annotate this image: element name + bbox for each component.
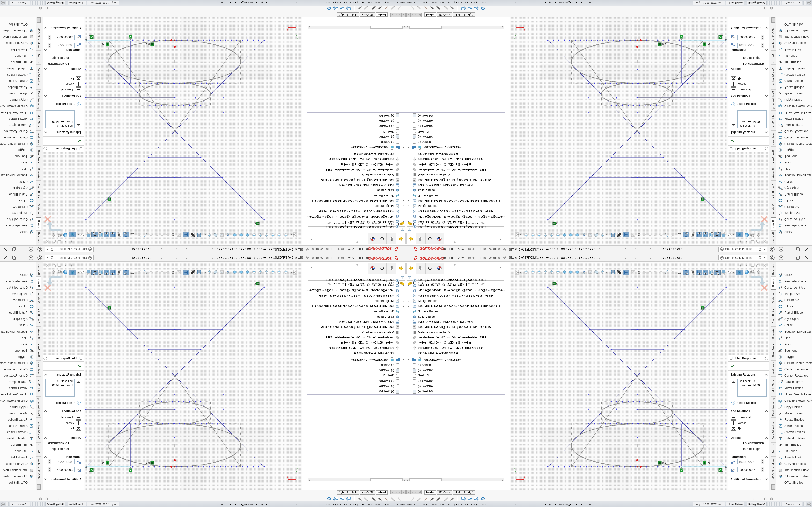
svg-text:X: X <box>524 476 526 478</box>
svg-text:?: ? <box>780 248 782 251</box>
svg-text:109: 109 <box>706 462 711 465</box>
svg-text:A: A <box>733 468 735 470</box>
svg-text:Y: Y <box>296 468 298 470</box>
svg-text:fx: fx <box>779 332 781 334</box>
svg-text:Σ: Σ <box>413 178 415 181</box>
svg-text:109: 109 <box>662 42 666 45</box>
svg-text:3: 3 <box>89 469 90 472</box>
svg-text:3: 3 <box>556 283 558 286</box>
svg-text:Y: Y <box>514 468 516 470</box>
svg-text:A: A <box>77 37 79 39</box>
svg-text:?: ? <box>766 147 767 150</box>
svg-text:3: 3 <box>106 197 108 200</box>
svg-text:i: i <box>733 401 734 404</box>
svg-text:?: ? <box>30 248 32 251</box>
svg-text:3: 3 <box>254 221 256 224</box>
svg-text:?: ? <box>45 357 46 360</box>
svg-text:109: 109 <box>101 462 106 465</box>
svg-text:Y: Y <box>514 37 516 39</box>
svg-text:fx: fx <box>31 174 33 176</box>
svg-text:i: i <box>78 103 79 106</box>
svg-text:Y: Y <box>296 37 298 39</box>
svg-text:?: ? <box>45 147 46 150</box>
svg-text:Σ: Σ <box>397 326 399 329</box>
svg-text:X: X <box>286 476 288 478</box>
svg-text:3: 3 <box>556 221 558 224</box>
svg-text:Σ: Σ <box>413 326 415 329</box>
svg-text:3: 3 <box>254 283 256 286</box>
svg-text:109: 109 <box>101 42 106 45</box>
svg-text:3: 3 <box>722 35 723 38</box>
svg-text:A: A <box>414 305 415 308</box>
svg-text:109: 109 <box>706 42 711 45</box>
svg-text:#: # <box>31 350 32 353</box>
svg-text:?: ? <box>30 257 32 259</box>
svg-text:A: A <box>397 199 398 202</box>
svg-text:#: # <box>780 350 781 353</box>
svg-text:fx: fx <box>31 332 33 334</box>
svg-text:i: i <box>78 401 79 404</box>
svg-text:X: X <box>286 29 288 31</box>
svg-text:A: A <box>77 468 79 470</box>
svg-text:3: 3 <box>89 35 90 38</box>
svg-text:?: ? <box>766 357 767 360</box>
svg-text:A: A <box>397 305 398 308</box>
svg-text:?: ? <box>780 257 782 259</box>
svg-text:#: # <box>780 154 781 157</box>
svg-text:3: 3 <box>106 307 108 310</box>
svg-text:#: # <box>31 154 32 157</box>
svg-text:3: 3 <box>704 197 706 200</box>
svg-text:Σ: Σ <box>397 178 399 181</box>
svg-text:109: 109 <box>146 462 150 465</box>
svg-text:X: X <box>524 29 526 31</box>
svg-text:3: 3 <box>704 307 706 310</box>
svg-text:3: 3 <box>722 469 723 472</box>
svg-text:A: A <box>733 37 735 39</box>
svg-text:109: 109 <box>662 462 666 465</box>
svg-text:i: i <box>733 103 734 106</box>
svg-text:109: 109 <box>146 42 150 45</box>
svg-text:fx: fx <box>779 174 781 176</box>
svg-text:A: A <box>414 199 415 202</box>
